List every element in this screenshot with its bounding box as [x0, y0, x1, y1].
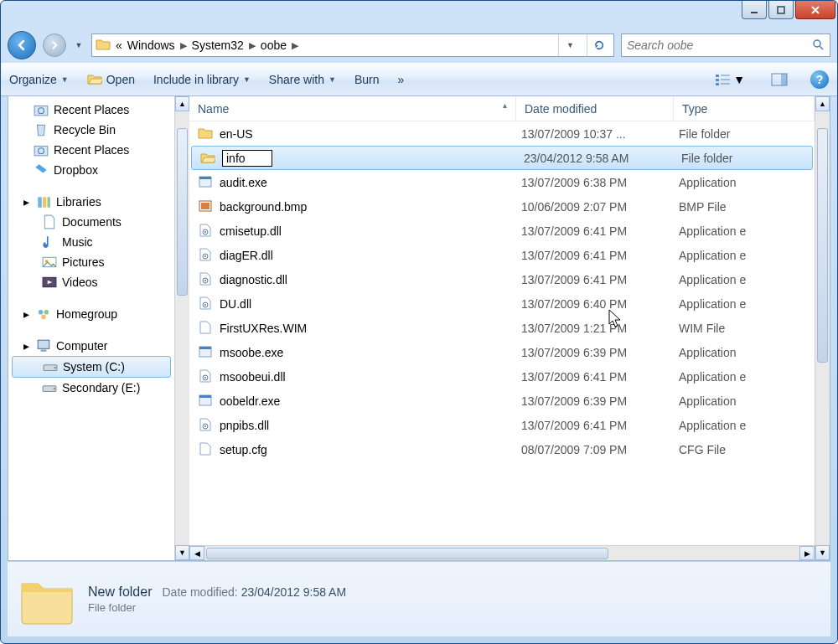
- details-modified-value: 23/04/2012 9:58 AM: [241, 585, 346, 599]
- maximize-button[interactable]: [768, 1, 794, 19]
- scroll-left-button[interactable]: ◀: [189, 546, 204, 560]
- nav-item-recent-places[interactable]: Recent Places: [8, 140, 174, 160]
- file-name: diagER.dll: [220, 249, 273, 262]
- file-row[interactable]: diagnostic.dll13/07/2009 6:41 PMApplicat…: [189, 267, 815, 291]
- svg-point-24: [44, 310, 49, 315]
- share-with-menu[interactable]: Share with▼: [269, 73, 336, 86]
- expander-icon[interactable]: ▸: [22, 198, 31, 207]
- nav-item-videos[interactable]: Videos: [8, 272, 174, 292]
- scroll-down-button[interactable]: ▼: [815, 545, 830, 560]
- view-options-button[interactable]: ▼: [711, 71, 748, 88]
- nav-history-dropdown[interactable]: ▼: [73, 31, 85, 59]
- file-date: 13/07/2009 6:39 PM: [516, 346, 674, 359]
- nav-item-music[interactable]: Music: [8, 232, 174, 252]
- expander-icon[interactable]: ▸: [22, 342, 31, 351]
- file-row[interactable]: DU.dll13/07/2009 6:40 PMApplication e: [189, 291, 815, 316]
- nav-item-recent-places[interactable]: Recent Places: [8, 100, 174, 120]
- exe-icon: [198, 345, 213, 360]
- preview-pane-button[interactable]: [767, 69, 792, 90]
- forward-button[interactable]: [43, 33, 66, 57]
- file-date: 13/07/2009 6:41 PM: [516, 249, 674, 262]
- vertical-scrollbar[interactable]: ▲ ▼: [815, 96, 830, 560]
- refresh-button[interactable]: [587, 34, 610, 56]
- address-bar[interactable]: « Windows▶ System32▶ oobe▶ ▼: [91, 33, 614, 57]
- address-dropdown[interactable]: ▼: [558, 34, 582, 56]
- scroll-right-button[interactable]: ▶: [799, 546, 815, 560]
- column-header-date[interactable]: Date modified: [516, 96, 674, 121]
- back-button[interactable]: [8, 31, 36, 59]
- open-button[interactable]: Open: [87, 72, 135, 87]
- navpane-scrollbar[interactable]: ▲ ▼: [174, 96, 189, 560]
- nav-group-computer[interactable]: ▸Computer: [8, 336, 174, 356]
- breadcrumb-prefix[interactable]: «: [116, 39, 122, 52]
- nav-group-libraries[interactable]: ▸Libraries: [8, 192, 174, 212]
- videos-icon: [42, 275, 57, 290]
- scroll-down-button[interactable]: ▼: [175, 545, 189, 560]
- chevron-down-icon: ▼: [243, 75, 251, 84]
- chevron-right-icon[interactable]: ▶: [292, 40, 298, 51]
- file-row[interactable]: pnpibs.dll13/07/2009 6:41 PMApplication …: [189, 413, 815, 437]
- file-type: Application e: [674, 370, 815, 384]
- folder-icon: [198, 126, 213, 142]
- breadcrumb-item[interactable]: System32▶: [192, 39, 256, 52]
- file-row[interactable]: diagER.dll13/07/2009 6:41 PMApplication …: [189, 243, 815, 267]
- file-date: 10/06/2009 2:07 PM: [516, 200, 674, 214]
- file-date: 13/07/2009 1:21 PM: [516, 322, 674, 335]
- chevron-right-icon[interactable]: ▶: [180, 40, 187, 51]
- nav-item-drive-c[interactable]: System (C:): [12, 356, 171, 378]
- details-modified-label: Date modified:: [162, 585, 237, 599]
- chevron-right-icon[interactable]: ▶: [249, 40, 256, 51]
- nav-item-pictures[interactable]: Pictures: [8, 252, 174, 272]
- file-row[interactable]: setup.cfg08/07/2009 7:09 PMCFG File: [189, 437, 815, 461]
- include-library-menu[interactable]: Include in library▼: [153, 73, 251, 86]
- organize-menu[interactable]: Organize▼: [9, 73, 69, 86]
- bmp-icon: [198, 199, 213, 214]
- search-input[interactable]: [627, 39, 806, 52]
- nav-item-documents[interactable]: Documents: [8, 212, 174, 232]
- drive-icon: [43, 359, 58, 374]
- column-header-name[interactable]: Name▴: [189, 96, 516, 121]
- file-row[interactable]: en-US13/07/2009 10:37 ...File folder: [189, 121, 815, 146]
- nav-item-recycle-bin[interactable]: Recycle Bin: [8, 120, 174, 140]
- file-type: Application: [674, 346, 815, 359]
- rename-input[interactable]: [222, 150, 272, 167]
- details-item-name: New folder: [88, 585, 152, 600]
- file-row[interactable]: audit.exe13/07/2009 6:38 PMApplication: [189, 170, 815, 194]
- scroll-thumb[interactable]: [206, 548, 608, 559]
- file-row[interactable]: 23/04/2012 9:58 AMFile folder: [191, 146, 813, 170]
- file-type: CFG File: [674, 443, 815, 456]
- details-item-type: File folder: [88, 601, 346, 614]
- svg-point-41: [204, 280, 206, 281]
- search-box[interactable]: [621, 33, 830, 57]
- help-button[interactable]: ?: [810, 70, 829, 89]
- svg-rect-33: [199, 177, 211, 179]
- scroll-thumb[interactable]: [817, 128, 828, 363]
- horizontal-scrollbar[interactable]: ◀ ▶: [189, 545, 815, 560]
- file-row[interactable]: FirstUXRes.WIM13/07/2009 1:21 PMWIM File: [189, 316, 815, 340]
- nav-item-dropbox[interactable]: Dropbox: [8, 160, 174, 180]
- file-name: cmisetup.dll: [220, 224, 282, 238]
- breadcrumb-item[interactable]: Windows▶: [127, 39, 187, 52]
- minimize-button[interactable]: [742, 1, 767, 19]
- file-name: oobeldr.exe: [220, 394, 280, 408]
- scroll-up-button[interactable]: ▲: [815, 96, 830, 111]
- column-header-type[interactable]: Type: [674, 96, 815, 121]
- scroll-up-button[interactable]: ▲: [175, 96, 189, 111]
- file-row[interactable]: msoobeui.dll13/07/2009 6:41 PMApplicatio…: [189, 364, 815, 389]
- file-date: 13/07/2009 6:38 PM: [516, 176, 674, 189]
- file-row[interactable]: msoobe.exe13/07/2009 6:39 PMApplication: [189, 340, 815, 364]
- scroll-thumb[interactable]: [177, 128, 188, 296]
- dll-icon: [198, 369, 213, 384]
- file-row[interactable]: background.bmp10/06/2009 2:07 PMBMP File: [189, 194, 815, 219]
- file-row[interactable]: oobeldr.exe13/07/2009 6:39 PMApplication: [189, 389, 815, 413]
- toolbar-overflow[interactable]: »: [398, 73, 405, 86]
- file-date: 13/07/2009 6:40 PM: [516, 297, 674, 311]
- expander-icon[interactable]: ▸: [22, 310, 31, 319]
- close-button[interactable]: [795, 1, 835, 19]
- nav-group-homegroup[interactable]: ▸Homegroup: [8, 304, 174, 324]
- file-row[interactable]: cmisetup.dll13/07/2009 6:41 PMApplicatio…: [189, 219, 815, 243]
- nav-item-drive-e[interactable]: Secondary (E:): [8, 378, 174, 398]
- burn-button[interactable]: Burn: [354, 73, 380, 86]
- breadcrumb-item[interactable]: oobe▶: [261, 39, 298, 52]
- svg-rect-27: [41, 350, 47, 352]
